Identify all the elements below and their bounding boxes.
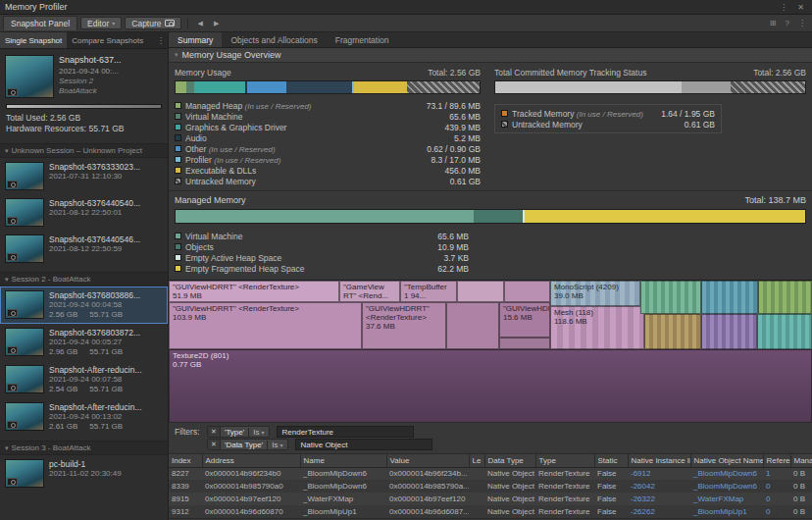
cell-native-object-name[interactable]: _BloomMipDown6 bbox=[690, 467, 763, 480]
session-group-header[interactable]: ▾ Unknown Session – Unknown Project bbox=[0, 143, 168, 158]
cell-native-instance-id[interactable]: -26042 bbox=[628, 480, 690, 493]
treemap-block-monoscript[interactable]: MonoScript (4209)39.0 MB bbox=[550, 281, 640, 306]
column-header[interactable]: Address bbox=[202, 454, 300, 467]
treemap-block[interactable] bbox=[446, 302, 499, 349]
snapshot-panel-tab[interactable]: Snapshot Panel bbox=[3, 16, 77, 30]
memory-treemap[interactable]: "GUIViewHDRRT" <RenderTexture>51.9 MB "G… bbox=[169, 280, 812, 422]
table-row[interactable]: 8915 0x0000014b97eef120 _WaterFXMap 0x00… bbox=[169, 493, 812, 505]
column-header[interactable]: Static bbox=[594, 454, 628, 467]
table-row[interactable]: 8339 0x0000014b985790a0 _BloomMipDown6 0… bbox=[169, 480, 812, 493]
back-arrow-button[interactable]: ◀ bbox=[194, 20, 207, 27]
legend-row[interactable]: Audio 5.2 MB bbox=[175, 132, 481, 143]
remove-filter-icon[interactable]: ✕ bbox=[208, 427, 221, 437]
legend-row[interactable]: Untracked Memory 0.61 GB bbox=[175, 176, 481, 186]
legend-row[interactable]: Profiler (In use / Reserved) 8.3 / 17.0 … bbox=[175, 154, 481, 165]
treemap-block[interactable] bbox=[758, 281, 812, 314]
snapshot-item[interactable]: Snapshot-After-reducin... 2021-09-24 00:… bbox=[0, 398, 168, 436]
snapshot-item[interactable]: pc-build-1 2021-11-02 20:30:49 bbox=[0, 455, 168, 492]
filter-operator-dropdown[interactable]: Is▾ bbox=[248, 428, 268, 437]
treemap-block[interactable] bbox=[499, 338, 550, 349]
column-header[interactable]: Native Instance ID bbox=[628, 454, 690, 467]
session-group-header[interactable]: ▾ Session 3 - BoatAttack bbox=[0, 441, 168, 455]
tab-objects-and-allocations[interactable]: Objects and Allocations bbox=[222, 32, 326, 47]
tab-compare-snapshots[interactable]: Compare Snapshots bbox=[67, 32, 148, 48]
legend-row[interactable]: Untracked Memory 0.61 GB bbox=[501, 119, 715, 130]
column-header[interactable]: Type bbox=[535, 454, 594, 467]
treemap-block-rendertexture[interactable]: "GameView RT" <Rend... bbox=[339, 281, 400, 302]
tab-single-snapshot[interactable]: Single Snapshot bbox=[0, 32, 67, 48]
table-row[interactable]: 9312 0x0000014b96d60870 _BloomMipUp1 0x0… bbox=[169, 505, 812, 518]
column-header[interactable]: Data Type bbox=[484, 454, 535, 467]
snapshot-item[interactable]: Snapshot-After-reducin... 2021-09-24 00:… bbox=[0, 361, 168, 398]
legend-row[interactable]: Graphics & Graphics Driver 439.9 MB bbox=[175, 122, 481, 132]
treemap-block[interactable] bbox=[701, 314, 757, 349]
cell-native-object-name[interactable]: _BloomMipUp1 bbox=[690, 505, 763, 518]
treemap-block[interactable] bbox=[644, 314, 701, 349]
cell-native-object-name[interactable]: _WaterFXMap bbox=[690, 493, 763, 505]
open-snapshot-card[interactable]: Snapshot-637... 2021-09-24 00:... Sessio… bbox=[0, 49, 168, 100]
layout-grid-icon[interactable]: ⊞ bbox=[767, 19, 780, 27]
kebab-menu-icon[interactable]: ⋮ bbox=[154, 36, 168, 45]
session-group-header[interactable]: ▾ Session 2 - BoatAttack bbox=[0, 272, 168, 286]
cell-native-instance-id[interactable]: -6912 bbox=[628, 467, 690, 480]
column-header[interactable]: Referen bbox=[763, 454, 790, 467]
remove-filter-icon[interactable]: ✕ bbox=[208, 440, 221, 449]
column-header[interactable]: Value bbox=[386, 454, 469, 467]
chevron-down-icon: ▾ bbox=[112, 18, 115, 29]
column-header[interactable]: Name bbox=[300, 454, 386, 467]
legend-row[interactable]: Virtual Machine 65.6 MB bbox=[175, 111, 481, 122]
snapshot-item[interactable]: Snapshot-6376440546... 2021-08-12 22:50:… bbox=[0, 231, 168, 267]
column-header[interactable]: Index bbox=[169, 454, 202, 467]
treemap-block[interactable] bbox=[701, 281, 758, 314]
memory-usage-bar[interactable] bbox=[175, 80, 481, 94]
legend-row[interactable]: Empty Fragmented Heap Space 62.2 MB bbox=[175, 263, 469, 274]
legend-row[interactable]: Other (In use / Reserved) 0.62 / 0.90 GB bbox=[175, 143, 481, 154]
treemap-block[interactable] bbox=[504, 281, 550, 302]
legend-row[interactable]: Virtual Machine 65.6 MB bbox=[175, 231, 469, 241]
capture-button[interactable]: Capture bbox=[125, 17, 180, 29]
column-header[interactable]: Mana bbox=[790, 454, 812, 467]
managed-memory-bar[interactable] bbox=[175, 209, 806, 224]
column-header[interactable]: Native Object Name bbox=[690, 454, 763, 467]
legend-row[interactable]: Tracked Memory (In use / Reserved) 1.64 … bbox=[501, 108, 715, 119]
kebab-menu-icon[interactable]: ⋮ bbox=[795, 19, 809, 27]
legend-row[interactable]: Managed Heap (In use / Reserved) 73.1 / … bbox=[175, 100, 481, 111]
table-row[interactable]: 8227 0x0000014b96f234b0 _BloomMipDown6 0… bbox=[169, 467, 812, 480]
treemap-block-rendertexture[interactable]: "TempBuffer 1 94... bbox=[400, 281, 457, 302]
treemap-block-mesh[interactable]: Mesh (118)118.6 MB bbox=[550, 306, 644, 349]
filter-chip-data-type[interactable]: ✕ 'Data Type' Is▾ bbox=[207, 439, 288, 450]
help-icon[interactable]: ? bbox=[783, 19, 792, 27]
close-icon[interactable]: ✕ bbox=[794, 3, 807, 12]
filter-chip-type[interactable]: ✕ 'Type' Is▾ bbox=[207, 426, 270, 438]
treemap-block[interactable] bbox=[640, 281, 701, 314]
tab-fragmentation[interactable]: Fragmentation bbox=[327, 32, 398, 47]
committed-memory-bar[interactable] bbox=[494, 80, 806, 94]
forward-arrow-button[interactable]: ▶ bbox=[210, 20, 223, 27]
treemap-block-rendertexture[interactable]: "GUIViewHDRRT" <RenderTexture>37.6 MB bbox=[362, 302, 446, 349]
legend-row[interactable]: Empty Active Heap Space 3.7 KB bbox=[175, 252, 469, 263]
cell-native-object-name[interactable]: _BloomMipDown6 bbox=[690, 480, 763, 493]
treemap-block-rendertexture[interactable]: "GUIViewHDRRT" <RenderTexture>51.9 MB bbox=[169, 281, 339, 302]
snapshot-item[interactable]: Snapshot-6376333023... 2021-07-31 12:10:… bbox=[0, 158, 168, 194]
treemap-block[interactable] bbox=[457, 281, 504, 302]
objects-table-wrap[interactable]: IndexAddressNameValueLeData TypeTypeStat… bbox=[169, 453, 812, 518]
legend-row[interactable]: Executable & DLLs 456.0 MB bbox=[175, 165, 481, 176]
filter-operator-dropdown[interactable]: Is▾ bbox=[267, 441, 286, 449]
treemap-block-rendertexture[interactable]: "GUIViewHDRRT" <RenderTexture>103.9 MB bbox=[169, 302, 362, 349]
snapshot-item[interactable]: Snapshot-6376803872... 2021-09-24 00:05:… bbox=[0, 324, 168, 361]
editor-dropdown[interactable]: Editor ▾ bbox=[80, 17, 122, 29]
memory-usage-overview-header[interactable]: ▾ Memory Usage Overview bbox=[169, 48, 812, 63]
column-header[interactable]: Le bbox=[469, 454, 484, 467]
cell-native-instance-id[interactable]: -26322 bbox=[628, 493, 690, 505]
snapshot-item[interactable]: Snapshot-6376440540... 2021-08-12 22:50:… bbox=[0, 194, 168, 231]
treemap-block[interactable] bbox=[757, 314, 812, 349]
legend-row[interactable]: Objects 10.9 MB bbox=[175, 241, 469, 252]
tab-summary[interactable]: Summary bbox=[169, 32, 222, 47]
filter-value-input[interactable]: Native Object bbox=[295, 439, 432, 450]
filter-value-input[interactable]: RenderTexture bbox=[277, 426, 414, 438]
cell-native-instance-id[interactable]: -26262 bbox=[628, 505, 690, 518]
snapshot-item[interactable]: Snapshot-6376803886... 2021-09-24 00:04:… bbox=[0, 286, 168, 324]
treemap-block-texture2d[interactable]: Texture2D (801)0.77 GB bbox=[169, 349, 812, 422]
kebab-menu-icon[interactable]: ⋮ bbox=[777, 3, 790, 12]
treemap-block-rendertexture[interactable]: "GUIViewHDRRT"...15.6 MB bbox=[499, 302, 550, 338]
